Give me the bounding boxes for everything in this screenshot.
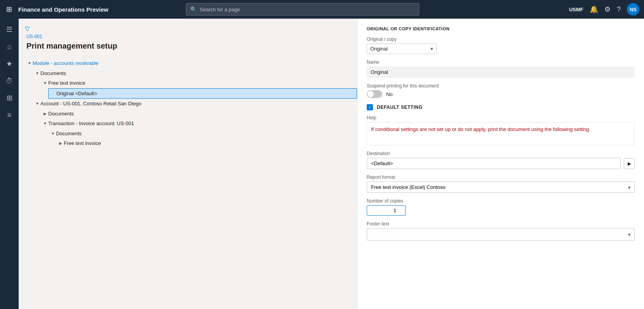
tree-label-free-text2: Free text invoice [64,140,101,147]
tree-label-free-text1: Free text invoice [48,79,85,87]
suspend-value: No [386,91,393,97]
tree-node-transaction[interactable]: ▼ Transaction - Invoice account: US-001 [40,119,357,129]
name-value: Original [367,66,635,78]
copies-input[interactable] [367,205,406,216]
suspend-toggle[interactable] [367,90,382,98]
default-setting-checkbox[interactable]: ✓ [367,104,373,110]
tree-node-module[interactable]: ▼ Module - accounts receivable [25,58,357,68]
suspend-toggle-row: No [367,90,635,98]
destination-play-button[interactable]: ▶ [624,158,635,169]
help-label: Help [367,115,635,120]
footer-label: Footer text [367,221,635,227]
search-icon: 🔍 [190,6,197,12]
sidebar-workspaces-icon[interactable]: ⊞ [2,90,17,106]
tree-toggle-documents2: ▶ [42,110,48,117]
sidebar-hamburger-icon[interactable]: ☰ [2,22,17,37]
breadcrumb: US-001 [25,34,357,39]
search-input[interactable] [200,7,415,12]
tree-node-free-text1[interactable]: ▼ Free text invoice [40,78,357,88]
tree-node-documents3[interactable]: ▼ Documents [48,129,357,139]
tree-toggle-account: ▼ [34,101,40,107]
chevron-down-icon: ▾ [430,46,433,52]
search-bar[interactable]: 🔍 [186,3,419,16]
destination-input[interactable] [367,158,621,169]
footer-select[interactable] [367,228,635,241]
report-format-select[interactable]: Free text invoice (Excel) Contoso [367,182,635,193]
tree-label-transaction: Transaction - Invoice account: US-001 [48,120,134,127]
tree-toggle-original-default [50,90,56,96]
app-title: Finance and Operations Preview [18,6,108,13]
sidebar-modules-icon[interactable]: ≡ [2,107,17,123]
section-title: ORIGINAL OR COPY IDENTIFICATION [367,26,635,31]
tree-node-documents1[interactable]: ▼ Documents [33,68,357,79]
tree-toggle-module: ▼ [26,60,33,66]
help-content: If conditional settings are not set up o… [367,122,635,145]
report-format-wrapper: Free text invoice (Excel) Contoso [367,182,635,193]
suspend-label: Suspend printing for this document [367,83,635,89]
destination-row: ▶ [367,158,635,169]
copies-label: Number of copies [367,198,635,204]
left-sidebar: ☰ ⌂ ★ ⏱ ⊞ ≡ [0,19,19,309]
tree-panel: ▽ US-001 Print management setup ▼ Module… [19,19,357,309]
tree-label-documents3: Documents [56,130,82,138]
tree-toggle-free-text2: ▶ [58,140,64,147]
original-copy-label: Original / copy [367,37,635,42]
default-setting-row: ✓ DEFAULT SETTING [367,104,635,110]
tree-toggle-documents1: ▼ [34,70,40,76]
page-title: Print management setup [25,42,357,51]
tree-toggle-transaction: ▼ [42,120,48,127]
help-icon[interactable]: ? [617,5,621,14]
report-format-label: Report format [367,175,635,180]
avatar[interactable]: NS [627,3,639,16]
footer-select-wrapper [367,228,635,241]
name-label: Name [367,59,635,65]
main-content: ▽ US-001 Print management setup ▼ Module… [19,19,644,309]
default-setting-label: DEFAULT SETTING [377,105,422,110]
right-panel: ORIGINAL OR COPY IDENTIFICATION Original… [357,19,644,309]
tree-node-documents2[interactable]: ▶ Documents [40,109,357,119]
tree-toggle-documents3: ▼ [50,130,56,136]
nav-right: USMF 🔔 ⚙ ? NS [569,3,639,16]
notifications-icon[interactable]: 🔔 [590,5,598,14]
tree-toggle-free-text1: ▼ [42,80,48,86]
tree-label-documents1: Documents [40,70,66,77]
filter-icon[interactable]: ▽ [25,25,30,32]
destination-label: Destination [367,151,635,156]
grid-icon[interactable]: ⊞ [5,3,14,15]
tree-label-original-default: Original <Default> [56,90,97,98]
tree-label-account: Account - US-001, Contoso Retail San Die… [40,100,141,108]
tree-node-free-text2[interactable]: ▶ Free text invoice [56,138,357,148]
sidebar-home-icon[interactable]: ⌂ [2,39,17,54]
company-label: USMF [569,7,583,12]
tree-label-module: Module - accounts receivable [33,59,98,67]
play-icon: ▶ [628,161,631,166]
sidebar-favorites-icon[interactable]: ★ [2,56,17,72]
sidebar-recent-icon[interactable]: ⏱ [2,73,17,89]
original-copy-select[interactable]: Original ▾ [367,44,437,54]
tree-node-original-default[interactable]: Original <Default> [48,88,357,99]
top-navigation: ⊞ Finance and Operations Preview 🔍 USMF … [0,0,644,19]
settings-icon[interactable]: ⚙ [604,5,611,14]
tree-label-documents2: Documents [48,110,74,118]
help-text: If conditional settings are not set up o… [371,126,590,132]
tree-node-account[interactable]: ▼ Account - US-001, Contoso Retail San D… [33,99,357,109]
original-copy-value: Original [370,46,388,52]
